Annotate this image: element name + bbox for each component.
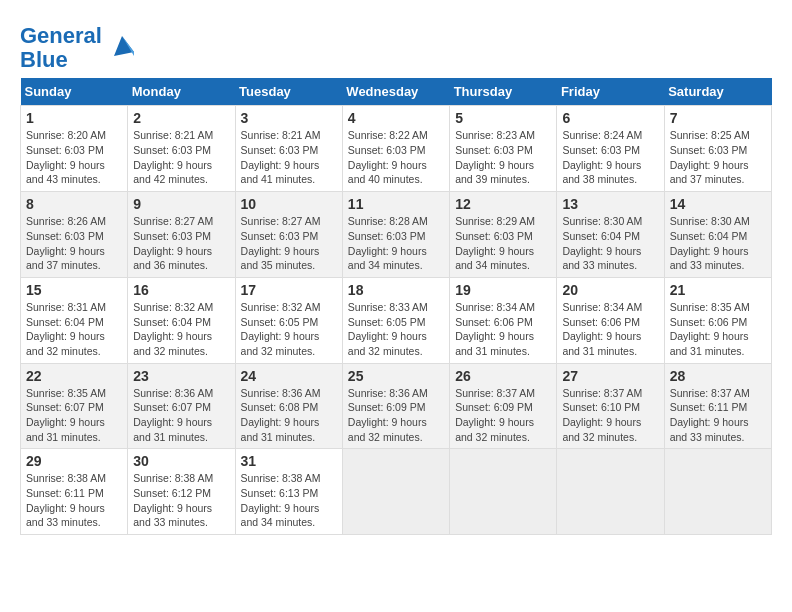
day-number: 24 (241, 368, 337, 384)
day-number: 25 (348, 368, 444, 384)
day-number: 2 (133, 110, 229, 126)
calendar-cell: 2 Sunrise: 8:21 AMSunset: 6:03 PMDayligh… (128, 106, 235, 192)
day-number: 15 (26, 282, 122, 298)
calendar-cell: 3 Sunrise: 8:21 AMSunset: 6:03 PMDayligh… (235, 106, 342, 192)
calendar-cell: 11 Sunrise: 8:28 AMSunset: 6:03 PMDaylig… (342, 192, 449, 278)
day-number: 28 (670, 368, 766, 384)
day-number: 30 (133, 453, 229, 469)
day-detail: Sunrise: 8:29 AMSunset: 6:03 PMDaylight:… (455, 215, 535, 271)
day-number: 18 (348, 282, 444, 298)
day-number: 20 (562, 282, 658, 298)
calendar-cell: 31 Sunrise: 8:38 AMSunset: 6:13 PMDaylig… (235, 449, 342, 535)
day-number: 14 (670, 196, 766, 212)
calendar-cell: 24 Sunrise: 8:36 AMSunset: 6:08 PMDaylig… (235, 363, 342, 449)
day-detail: Sunrise: 8:34 AMSunset: 6:06 PMDaylight:… (455, 301, 535, 357)
logo-blue: Blue (20, 47, 68, 72)
calendar-cell: 1 Sunrise: 8:20 AMSunset: 6:03 PMDayligh… (21, 106, 128, 192)
week-row-3: 15 Sunrise: 8:31 AMSunset: 6:04 PMDaylig… (21, 277, 772, 363)
day-detail: Sunrise: 8:38 AMSunset: 6:13 PMDaylight:… (241, 472, 321, 528)
calendar-cell: 20 Sunrise: 8:34 AMSunset: 6:06 PMDaylig… (557, 277, 664, 363)
day-number: 5 (455, 110, 551, 126)
day-number: 17 (241, 282, 337, 298)
day-detail: Sunrise: 8:21 AMSunset: 6:03 PMDaylight:… (133, 129, 213, 185)
calendar-cell: 5 Sunrise: 8:23 AMSunset: 6:03 PMDayligh… (450, 106, 557, 192)
day-number: 11 (348, 196, 444, 212)
calendar-cell: 27 Sunrise: 8:37 AMSunset: 6:10 PMDaylig… (557, 363, 664, 449)
day-detail: Sunrise: 8:32 AMSunset: 6:04 PMDaylight:… (133, 301, 213, 357)
calendar-cell: 7 Sunrise: 8:25 AMSunset: 6:03 PMDayligh… (664, 106, 771, 192)
calendar-cell: 4 Sunrise: 8:22 AMSunset: 6:03 PMDayligh… (342, 106, 449, 192)
calendar-cell: 28 Sunrise: 8:37 AMSunset: 6:11 PMDaylig… (664, 363, 771, 449)
col-header-thursday: Thursday (450, 78, 557, 106)
calendar-cell: 14 Sunrise: 8:30 AMSunset: 6:04 PMDaylig… (664, 192, 771, 278)
day-number: 6 (562, 110, 658, 126)
day-number: 31 (241, 453, 337, 469)
col-header-friday: Friday (557, 78, 664, 106)
calendar-cell: 17 Sunrise: 8:32 AMSunset: 6:05 PMDaylig… (235, 277, 342, 363)
week-row-2: 8 Sunrise: 8:26 AMSunset: 6:03 PMDayligh… (21, 192, 772, 278)
col-header-sunday: Sunday (21, 78, 128, 106)
week-row-1: 1 Sunrise: 8:20 AMSunset: 6:03 PMDayligh… (21, 106, 772, 192)
day-number: 3 (241, 110, 337, 126)
calendar-cell: 6 Sunrise: 8:24 AMSunset: 6:03 PMDayligh… (557, 106, 664, 192)
day-detail: Sunrise: 8:38 AMSunset: 6:12 PMDaylight:… (133, 472, 213, 528)
day-detail: Sunrise: 8:34 AMSunset: 6:06 PMDaylight:… (562, 301, 642, 357)
day-number: 12 (455, 196, 551, 212)
day-number: 27 (562, 368, 658, 384)
week-row-4: 22 Sunrise: 8:35 AMSunset: 6:07 PMDaylig… (21, 363, 772, 449)
day-number: 26 (455, 368, 551, 384)
day-detail: Sunrise: 8:35 AMSunset: 6:07 PMDaylight:… (26, 387, 106, 443)
calendar-cell: 25 Sunrise: 8:36 AMSunset: 6:09 PMDaylig… (342, 363, 449, 449)
day-detail: Sunrise: 8:37 AMSunset: 6:09 PMDaylight:… (455, 387, 535, 443)
logo-general: General (20, 23, 102, 48)
day-detail: Sunrise: 8:35 AMSunset: 6:06 PMDaylight:… (670, 301, 750, 357)
logo-text: General Blue (20, 24, 102, 72)
col-header-tuesday: Tuesday (235, 78, 342, 106)
day-number: 22 (26, 368, 122, 384)
calendar-cell: 26 Sunrise: 8:37 AMSunset: 6:09 PMDaylig… (450, 363, 557, 449)
day-number: 21 (670, 282, 766, 298)
calendar-cell: 22 Sunrise: 8:35 AMSunset: 6:07 PMDaylig… (21, 363, 128, 449)
day-number: 1 (26, 110, 122, 126)
day-detail: Sunrise: 8:27 AMSunset: 6:03 PMDaylight:… (241, 215, 321, 271)
day-detail: Sunrise: 8:36 AMSunset: 6:07 PMDaylight:… (133, 387, 213, 443)
day-detail: Sunrise: 8:33 AMSunset: 6:05 PMDaylight:… (348, 301, 428, 357)
day-number: 23 (133, 368, 229, 384)
calendar-cell: 29 Sunrise: 8:38 AMSunset: 6:11 PMDaylig… (21, 449, 128, 535)
calendar-cell: 12 Sunrise: 8:29 AMSunset: 6:03 PMDaylig… (450, 192, 557, 278)
calendar-cell: 19 Sunrise: 8:34 AMSunset: 6:06 PMDaylig… (450, 277, 557, 363)
day-detail: Sunrise: 8:31 AMSunset: 6:04 PMDaylight:… (26, 301, 106, 357)
calendar-header: SundayMondayTuesdayWednesdayThursdayFrid… (21, 78, 772, 106)
day-detail: Sunrise: 8:23 AMSunset: 6:03 PMDaylight:… (455, 129, 535, 185)
day-number: 13 (562, 196, 658, 212)
calendar-cell (342, 449, 449, 535)
calendar-cell (557, 449, 664, 535)
calendar-cell: 30 Sunrise: 8:38 AMSunset: 6:12 PMDaylig… (128, 449, 235, 535)
day-detail: Sunrise: 8:27 AMSunset: 6:03 PMDaylight:… (133, 215, 213, 271)
day-detail: Sunrise: 8:26 AMSunset: 6:03 PMDaylight:… (26, 215, 106, 271)
day-number: 29 (26, 453, 122, 469)
day-detail: Sunrise: 8:30 AMSunset: 6:04 PMDaylight:… (670, 215, 750, 271)
col-header-wednesday: Wednesday (342, 78, 449, 106)
day-number: 9 (133, 196, 229, 212)
day-detail: Sunrise: 8:28 AMSunset: 6:03 PMDaylight:… (348, 215, 428, 271)
calendar-cell: 9 Sunrise: 8:27 AMSunset: 6:03 PMDayligh… (128, 192, 235, 278)
day-number: 4 (348, 110, 444, 126)
calendar-table: SundayMondayTuesdayWednesdayThursdayFrid… (20, 78, 772, 535)
calendar-cell (450, 449, 557, 535)
day-detail: Sunrise: 8:30 AMSunset: 6:04 PMDaylight:… (562, 215, 642, 271)
day-detail: Sunrise: 8:25 AMSunset: 6:03 PMDaylight:… (670, 129, 750, 185)
calendar-cell: 13 Sunrise: 8:30 AMSunset: 6:04 PMDaylig… (557, 192, 664, 278)
col-header-monday: Monday (128, 78, 235, 106)
col-header-saturday: Saturday (664, 78, 771, 106)
calendar-cell: 10 Sunrise: 8:27 AMSunset: 6:03 PMDaylig… (235, 192, 342, 278)
day-number: 19 (455, 282, 551, 298)
day-number: 7 (670, 110, 766, 126)
day-detail: Sunrise: 8:24 AMSunset: 6:03 PMDaylight:… (562, 129, 642, 185)
day-detail: Sunrise: 8:36 AMSunset: 6:09 PMDaylight:… (348, 387, 428, 443)
day-detail: Sunrise: 8:32 AMSunset: 6:05 PMDaylight:… (241, 301, 321, 357)
calendar-cell: 15 Sunrise: 8:31 AMSunset: 6:04 PMDaylig… (21, 277, 128, 363)
day-detail: Sunrise: 8:20 AMSunset: 6:03 PMDaylight:… (26, 129, 106, 185)
week-row-5: 29 Sunrise: 8:38 AMSunset: 6:11 PMDaylig… (21, 449, 772, 535)
day-detail: Sunrise: 8:21 AMSunset: 6:03 PMDaylight:… (241, 129, 321, 185)
